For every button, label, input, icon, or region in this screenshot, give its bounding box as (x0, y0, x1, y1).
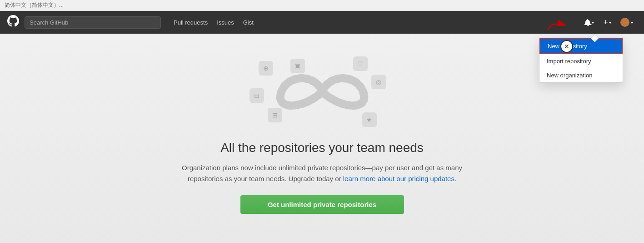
nav-links: Pull requests Issues Gist (170, 16, 257, 29)
page-subtext: Organization plans now include unlimited… (181, 162, 463, 184)
chevron-down-icon: ▾ (592, 20, 594, 25)
new-repository-item[interactable]: New repository (539, 38, 623, 54)
subtext-after-link: . (454, 175, 456, 182)
hero-illustration: ⊕ ▣ ♡ ◎ ⊞ ★ ⊟ (245, 52, 399, 132)
avatar (620, 18, 629, 27)
import-repository-item[interactable]: Import repository (539, 54, 623, 68)
close-button[interactable]: ✕ (560, 40, 573, 53)
plus-chevron-icon: ▾ (609, 20, 611, 25)
page-heading: All the repositories your team needs (220, 141, 424, 155)
search-container (25, 16, 161, 29)
search-input[interactable] (25, 16, 161, 29)
new-organization-item[interactable]: New organization (539, 68, 623, 82)
nav-pull-requests[interactable]: Pull requests (170, 16, 211, 29)
language-bar: 简体中文（简体中文）... (0, 0, 644, 11)
navbar: Pull requests Issues Gist ▾ + ▾ (0, 11, 644, 34)
nav-issues[interactable]: Issues (213, 16, 238, 29)
close-icon: ✕ (564, 43, 569, 50)
float-icon-7: ⊟ (250, 88, 264, 103)
language-text: 简体中文（简体中文）... (5, 2, 64, 8)
float-icon-4: ◎ (371, 75, 386, 89)
notifications-button[interactable]: ▾ (581, 16, 598, 29)
plus-icon: + (603, 18, 608, 27)
github-logo[interactable] (7, 15, 19, 30)
navbar-right: ▾ + ▾ ▾ New repository (581, 15, 637, 30)
create-new-button[interactable]: + ▾ (599, 15, 615, 30)
arrow-annotation (546, 19, 573, 34)
float-icon-1: ⊕ (259, 61, 273, 76)
get-unlimited-button[interactable]: Get unlimited private repositories (240, 195, 404, 214)
avatar-chevron-icon: ▾ (631, 20, 633, 25)
user-menu-button[interactable]: ▾ (617, 15, 637, 30)
pricing-link[interactable]: learn more about our pricing updates (343, 175, 454, 182)
create-dropdown-menu: New repository Import repository New org… (539, 38, 623, 83)
infinity-logo (272, 65, 372, 119)
nav-gist[interactable]: Gist (240, 16, 257, 29)
